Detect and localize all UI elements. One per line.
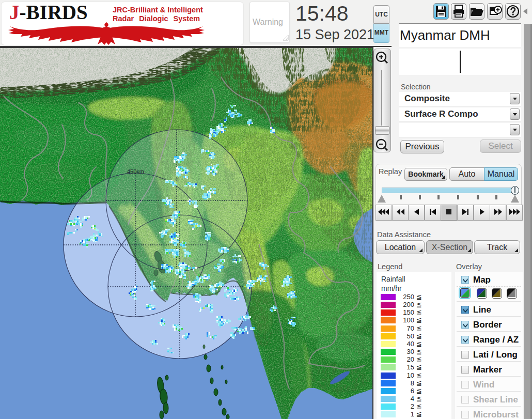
svg-text:450km: 450km <box>127 168 144 175</box>
